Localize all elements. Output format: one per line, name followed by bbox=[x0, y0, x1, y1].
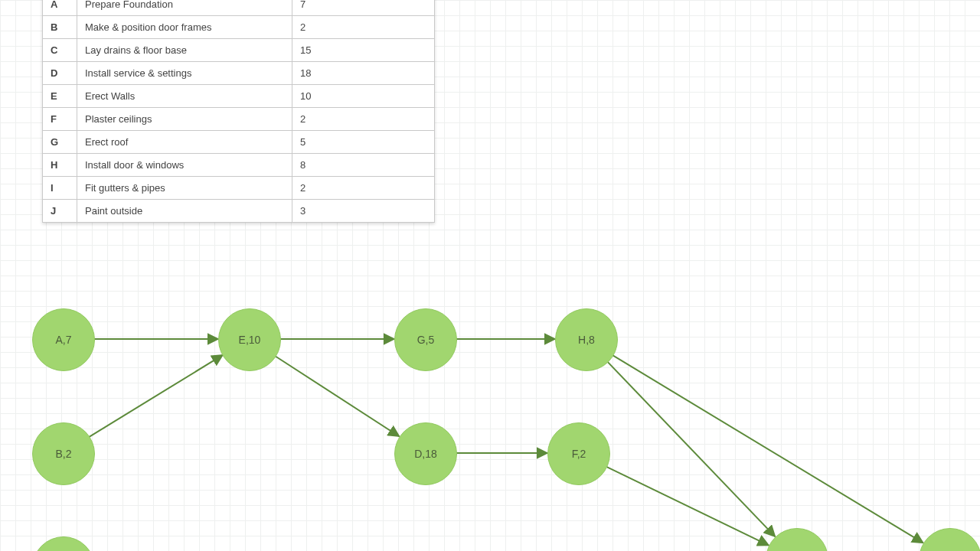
node-f[interactable]: F,2 bbox=[547, 422, 610, 485]
node-i[interactable] bbox=[766, 528, 828, 551]
node-label: B,2 bbox=[55, 448, 71, 460]
node-b[interactable]: B,2 bbox=[32, 422, 95, 485]
edge-H-I bbox=[607, 361, 776, 536]
edge-F-I bbox=[606, 466, 769, 545]
node-a[interactable]: A,7 bbox=[32, 308, 95, 371]
node-label: E,10 bbox=[239, 334, 261, 346]
node-label: A,7 bbox=[55, 334, 71, 346]
node-label: D,18 bbox=[414, 448, 437, 460]
node-c[interactable]: C,? bbox=[32, 536, 95, 551]
node-h[interactable]: H,8 bbox=[555, 308, 618, 371]
network-diagram[interactable]: A,7B,2C,?E,10G,5H,8D,18F,2 bbox=[0, 0, 980, 551]
arrows-layer bbox=[0, 0, 980, 551]
node-g[interactable]: G,5 bbox=[394, 308, 457, 371]
node-j[interactable] bbox=[919, 528, 980, 551]
edge-H-J bbox=[612, 355, 923, 543]
node-label: G,5 bbox=[417, 334, 435, 346]
node-label: H,8 bbox=[578, 334, 595, 346]
node-d[interactable]: D,18 bbox=[394, 422, 457, 485]
node-label: F,2 bbox=[572, 448, 586, 460]
edge-E-D bbox=[275, 356, 400, 437]
node-e[interactable]: E,10 bbox=[218, 308, 281, 371]
edge-B-E bbox=[89, 355, 223, 437]
